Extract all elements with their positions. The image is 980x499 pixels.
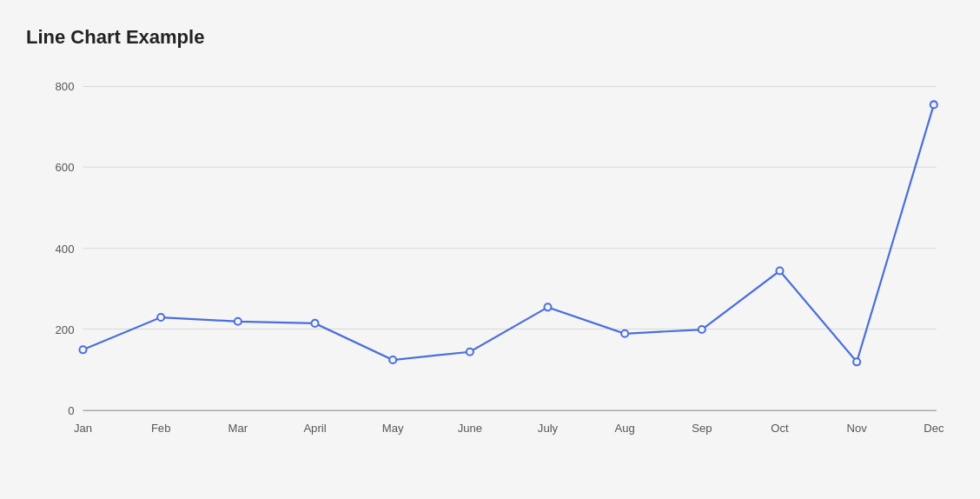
x-label-feb: Feb <box>151 422 171 435</box>
chart-area: 800 600 400 200 0 Jan Feb Mar April May … <box>26 66 954 466</box>
point-feb <box>157 314 164 321</box>
y-label-400: 400 <box>56 243 75 256</box>
chart-title: Line Chart Example <box>26 26 954 49</box>
data-line <box>83 104 933 362</box>
y-label-200: 200 <box>56 323 75 336</box>
y-label-600: 600 <box>56 161 75 174</box>
x-label-oct: Oct <box>771 422 789 435</box>
x-label-june: June <box>458 422 482 435</box>
x-label-jan: Jan <box>74 422 92 435</box>
point-mar <box>235 318 242 325</box>
point-april <box>311 320 318 327</box>
x-label-july: July <box>538 422 559 435</box>
x-label-aug: Aug <box>615 422 635 435</box>
point-sep <box>699 326 705 333</box>
x-label-nov: Nov <box>847 422 868 435</box>
y-label-0: 0 <box>68 404 74 417</box>
point-june <box>467 349 473 356</box>
point-oct <box>776 268 783 275</box>
point-aug <box>621 330 628 337</box>
y-label-800: 800 <box>56 80 75 93</box>
x-label-mar: Mar <box>228 422 248 435</box>
x-label-dec: Dec <box>924 422 944 435</box>
point-july <box>544 303 551 310</box>
chart-container: Line Chart Example 800 600 400 200 0 <box>0 0 980 499</box>
x-label-april: April <box>303 422 326 435</box>
point-may <box>389 356 396 363</box>
x-label-sep: Sep <box>692 422 712 435</box>
point-dec <box>930 101 937 108</box>
point-nov <box>853 358 860 365</box>
point-jan <box>79 346 86 353</box>
chart-svg: 800 600 400 200 0 Jan Feb Mar April May … <box>26 66 954 466</box>
x-label-may: May <box>382 422 404 435</box>
